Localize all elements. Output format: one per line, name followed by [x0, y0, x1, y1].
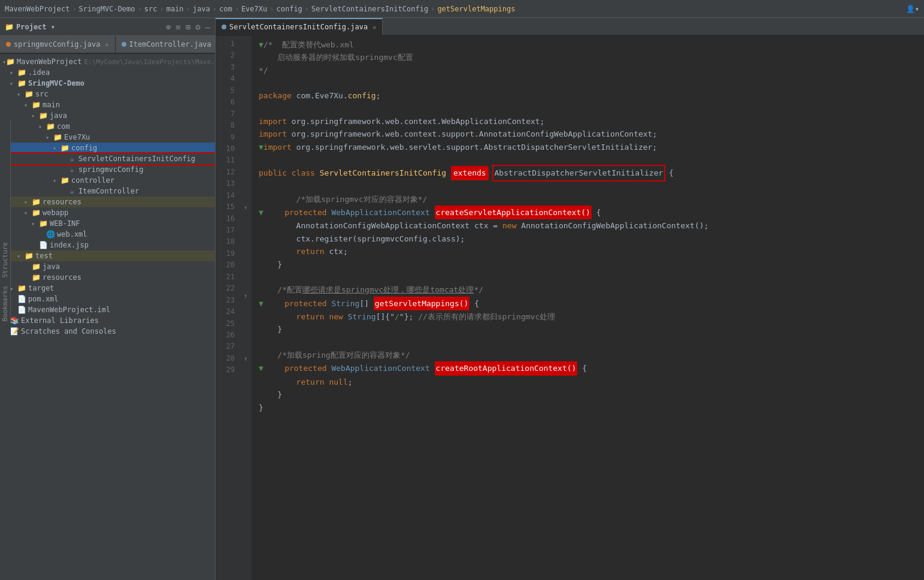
gutter-line-10: [240, 152, 252, 164]
string: /: [395, 310, 399, 323]
line-numbers: 1 2 3 4 5 6 7 8 9 10 11 12 13 14 15 16 1…: [216, 18, 240, 580]
tree-item-iml[interactable]: 📄 MavenWebProject.iml: [0, 304, 215, 315]
tree-item-webinf[interactable]: ▾ 📁 WEB-INF: [0, 218, 215, 229]
gutter-line-26[interactable]: ↑: [240, 353, 252, 365]
code-line-25: /*加载spring配置对应的容器对象*/: [256, 349, 924, 361]
tree-item-main[interactable]: ▾ 📁 main: [0, 99, 215, 110]
tree-item-label: Scratches and Consoles: [21, 327, 116, 336]
fold-icon[interactable]: ▼: [259, 297, 263, 310]
tree-item-itemcontroller[interactable]: ☕ ItemController: [0, 186, 215, 197]
tree-item-com[interactable]: ▾ 📁 com: [0, 121, 215, 132]
tree-item-test[interactable]: ▾ 📁 test: [0, 250, 215, 261]
breadcrumb-item[interactable]: MavenWebProject: [5, 5, 69, 13]
gutter-line-20: [240, 277, 252, 290]
breadcrumb-sep: ›: [159, 5, 163, 13]
breadcrumb-item[interactable]: ServletContainersInitConfig: [311, 5, 428, 13]
code-line-13: /*加载springmvc对应的容器对象*/: [256, 193, 924, 206]
tree-item-controller[interactable]: ▾ 📁 controller: [0, 175, 215, 186]
breadcrumb-item[interactable]: java: [193, 5, 210, 13]
tree-item-label: java: [43, 262, 60, 271]
tab-dot: [122, 42, 126, 47]
tree-item-label: target: [28, 284, 54, 292]
close-icon[interactable]: —: [205, 22, 210, 32]
user-menu[interactable]: 👤▾: [906, 5, 919, 13]
tree-item-webxml[interactable]: 🌐 web.xml: [0, 229, 215, 240]
tree-item-eve7xu[interactable]: ▾ 📁 Eve7Xu: [0, 132, 215, 143]
code-line-3: */: [256, 64, 924, 77]
locate-icon[interactable]: ⊕: [166, 22, 171, 32]
gutter-line-21[interactable]: ↑: [240, 290, 252, 303]
tree-item-springmvcconfig[interactable]: ☕ springmvcConfig: [0, 164, 215, 175]
arrow-icon: ▾: [24, 199, 31, 206]
gutter-line-16: [240, 227, 252, 240]
keyword: new: [502, 219, 521, 232]
breadcrumb-item[interactable]: config: [276, 5, 302, 13]
tab-itemcontroller[interactable]: ItemController.java ✕: [116, 36, 216, 53]
code-line-28: }: [256, 388, 924, 401]
breadcrumb-item[interactable]: Eve7Xu: [241, 5, 267, 13]
keyword: protected: [266, 297, 332, 310]
tree-item-pomxml[interactable]: 📄 pom.xml: [0, 294, 215, 304]
tree-item-servletcontainersinitconfig[interactable]: ☕ ServletContainersInitConfig: [0, 153, 215, 164]
tree-item-resources[interactable]: ▾ 📁 resources: [0, 197, 215, 207]
tree-item-mavenwebproject[interactable]: ▾ 📁 MavenWebProject E:\MyCode\Java\IdeaP…: [0, 56, 215, 67]
tab-bar: springmvcConfig.java ✕ ItemController.ja…: [0, 36, 215, 54]
code-line-26: ▼ protected WebApplicationContext create…: [256, 361, 924, 375]
tree-item-webapp[interactable]: ▾ 📁 webapp: [0, 207, 215, 218]
tree-item-src[interactable]: ▾ 📁 src: [0, 89, 215, 99]
code-line-18: }: [256, 258, 924, 271]
gutter-line-29: [240, 391, 252, 403]
breadcrumb-item-active[interactable]: getServletMappings: [437, 5, 515, 13]
tree-item-test-resources[interactable]: 📁 resources: [0, 272, 215, 283]
brace: {: [469, 297, 479, 310]
folder-icon: 📁: [31, 101, 41, 109]
breadcrumb-item[interactable]: main: [166, 5, 184, 13]
bookmarks-tab[interactable]: Bookmarks: [1, 283, 9, 324]
tree-item-scratches[interactable]: 📝 Scratches and Consoles: [0, 326, 215, 337]
code-text: []{": [376, 310, 395, 323]
jsp-icon: 📄: [38, 241, 48, 249]
brace: {: [664, 167, 674, 179]
fold-icon[interactable]: ▼: [259, 206, 263, 219]
fold-icon[interactable]: ▼: [259, 141, 263, 153]
active-tab[interactable]: ServletContainersInitConfig.java ✕: [216, 18, 383, 35]
tab-springmvcconfig[interactable]: springmvcConfig.java ✕: [0, 36, 116, 53]
active-tab-close[interactable]: ✕: [372, 24, 376, 31]
tree-item-label: resources: [43, 198, 81, 206]
tree-item-indexjsp[interactable]: 📄 index.jsp: [0, 240, 215, 250]
class-name: ServletContainersInitConfig: [320, 167, 451, 179]
code-line-20: /*配置哪些请求是springmvc处理，哪些是tomcat处理*/: [256, 283, 924, 296]
structure-tab[interactable]: Structure: [1, 240, 9, 280]
tree-item-external-libs[interactable]: ▶ 📚 External Libraries: [0, 315, 215, 326]
sidebar-toolbar: ⊕ ≡ ⊞ ⚙ —: [166, 22, 210, 32]
fold-icon[interactable]: ▼: [259, 362, 263, 374]
tree-item-label: index.jsp: [50, 241, 89, 249]
gutter-line-7: [240, 114, 252, 126]
tree-item-label: config: [71, 144, 97, 152]
code-text: "};: [399, 310, 418, 323]
return-type: String: [331, 297, 359, 310]
tree-item-java[interactable]: ▾ 📁 java: [0, 110, 215, 121]
breadcrumb-item[interactable]: src: [144, 5, 157, 13]
breadcrumb-item[interactable]: com: [219, 5, 232, 13]
tree-item-idea[interactable]: ▾ 📁 .idea: [0, 67, 215, 78]
gutter-line-14[interactable]: ↑: [240, 202, 252, 215]
code-area[interactable]: ▼ /* 配置类替代web.xml 启动服务器的时候加载springmvc配置 …: [252, 18, 924, 580]
folder-icon: 📁: [17, 68, 26, 77]
expand-icon[interactable]: ⊞: [186, 22, 190, 32]
tree-item-config[interactable]: ▾ 📁 config: [0, 143, 215, 153]
settings-icon[interactable]: ⚙: [195, 22, 200, 32]
keyword: import: [263, 141, 296, 153]
comment: //表示所有的请求都归springmvc处理: [418, 310, 555, 323]
collapse-icon[interactable]: ≡: [175, 22, 180, 32]
folder-icon: 📁: [24, 252, 34, 260]
breadcrumb-item[interactable]: SringMVC-Demo: [79, 5, 135, 13]
tree-item-label: MavenWebProject.iml: [28, 306, 110, 314]
tree-item-target[interactable]: ▶ 📁 target: [0, 283, 215, 294]
tree-item-label: MavenWebProject: [17, 58, 81, 66]
tab-close-button[interactable]: ✕: [105, 41, 109, 48]
breadcrumb-sep: ›: [431, 5, 435, 13]
fold-icon[interactable]: ▼: [259, 38, 263, 51]
tree-item-test-java[interactable]: 📁 java: [0, 261, 215, 272]
tree-item-sringmvc-demo[interactable]: ▾ 📁 SringMVC-Demo: [0, 78, 215, 89]
